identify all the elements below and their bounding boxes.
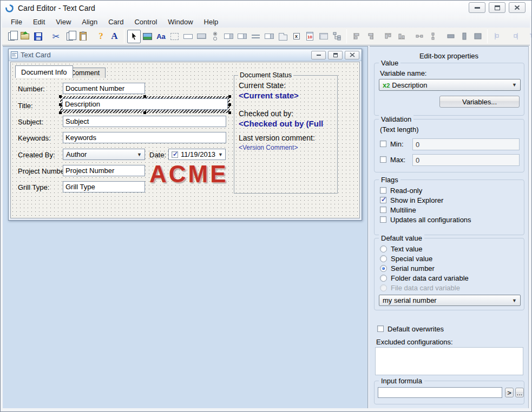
menu-file[interactable]: File (5, 17, 28, 27)
formula-eval-button[interactable]: > (505, 388, 514, 397)
selection-handle[interactable] (59, 95, 62, 98)
date-checkbox[interactable] (172, 151, 178, 158)
text-value-radio[interactable] (380, 245, 387, 252)
font-icon[interactable]: A (108, 30, 121, 43)
radio-buttons-tool-icon[interactable] (208, 30, 222, 43)
space-across-icon[interactable] (412, 30, 426, 43)
card-window-titlebar: Text Card (9, 49, 362, 61)
variables-button[interactable]: Variables... (439, 96, 520, 108)
selection-handle[interactable] (59, 111, 62, 114)
read-only-checkbox[interactable] (380, 187, 386, 194)
acme-logo: ACME (149, 161, 228, 188)
multiline-checkbox[interactable] (380, 207, 386, 213)
new-card-icon[interactable] (4, 30, 18, 43)
tab-document-info[interactable]: Document Info (15, 65, 73, 78)
make-same-size-icon[interactable] (471, 30, 484, 43)
show-in-explorer-checkbox[interactable] (380, 197, 386, 203)
title-field[interactable]: Description (62, 98, 228, 110)
selection-handle[interactable] (228, 111, 231, 114)
combobox-tool-icon[interactable] (222, 30, 235, 43)
card-minimize-button[interactable] (311, 51, 326, 59)
selection-handle[interactable] (59, 103, 62, 106)
chevron-down-icon: ▼ (512, 298, 517, 303)
subject-field[interactable]: Subject (63, 116, 226, 127)
selection-handle[interactable] (143, 111, 146, 114)
list-combobox-tool-icon[interactable] (262, 30, 276, 43)
button-tool-icon[interactable] (195, 30, 208, 43)
variable-link-tool-icon[interactable] (330, 30, 344, 43)
card-restore-button[interactable] (328, 51, 343, 59)
make-same-height-icon[interactable] (457, 30, 471, 43)
align-top-edges-icon[interactable] (381, 30, 395, 43)
checkbox-tool-icon[interactable]: x (290, 30, 303, 43)
serial-number-radio[interactable] (380, 265, 387, 272)
updates-all-configurations-checkbox[interactable] (380, 216, 386, 223)
min-checkbox[interactable] (380, 141, 386, 147)
special-value-radio[interactable] (380, 255, 387, 262)
title-field-selection[interactable]: Description (60, 96, 230, 113)
default-overwrites-checkbox[interactable] (377, 325, 384, 332)
selection-handle[interactable] (143, 95, 146, 98)
cut-icon[interactable]: ✂ (49, 30, 63, 43)
droplist-tool-icon[interactable] (235, 30, 249, 43)
menu-help[interactable]: Help (199, 17, 224, 27)
anchor-left-icon[interactable] (490, 30, 504, 43)
folder-data-card-variable-radio[interactable] (380, 275, 387, 282)
max-input[interactable] (412, 154, 520, 166)
menu-view[interactable]: View (50, 17, 76, 27)
align-left-edges-icon[interactable] (350, 30, 363, 43)
restore-button[interactable] (489, 2, 505, 13)
date-field-tool-icon[interactable]: 10 (303, 30, 317, 43)
frame-tool-icon[interactable] (168, 30, 181, 43)
help-icon[interactable]: ? (94, 30, 108, 43)
date-picker[interactable]: 11/19/2013 ▼ (168, 149, 226, 160)
image-tool-icon[interactable] (141, 30, 154, 43)
align-right-edges-icon[interactable] (363, 30, 377, 43)
serial-number-combobox[interactable]: my serial number ▼ (379, 295, 521, 306)
project-number-field[interactable]: Project Number (63, 165, 145, 176)
space-down-icon[interactable] (426, 30, 439, 43)
menu-edit[interactable]: Edit (28, 17, 50, 27)
formula-browse-button[interactable]: ... (515, 388, 524, 397)
align-bottom-edges-icon[interactable] (395, 30, 408, 43)
card-close-button[interactable] (345, 51, 359, 59)
menu-control[interactable]: Control (129, 17, 162, 27)
paste-icon[interactable] (76, 30, 90, 43)
max-checkbox[interactable] (380, 156, 386, 163)
open-icon[interactable] (18, 30, 31, 43)
special-value-label: Special value (391, 255, 432, 263)
copy-icon[interactable] (63, 30, 76, 43)
keywords-field[interactable]: Keywords (63, 132, 226, 143)
card-design-surface[interactable]: Document Info Comment Number: Document N… (10, 62, 360, 218)
menu-align[interactable]: Align (76, 17, 103, 27)
chevron-down-icon: ▼ (218, 152, 223, 157)
separator-lines-tool-icon[interactable] (249, 30, 262, 43)
min-input[interactable] (412, 138, 520, 150)
selection-handle[interactable] (228, 95, 231, 98)
make-same-width-icon[interactable] (444, 30, 457, 43)
created-by-combobox[interactable]: Author ▼ (63, 149, 145, 160)
menu-window[interactable]: Window (162, 17, 198, 27)
grill-type-field[interactable]: Grill Type (63, 181, 145, 192)
input-formula-input[interactable] (378, 387, 502, 398)
checked-out-label: Checked out by: (239, 109, 293, 118)
app-icon (5, 4, 14, 13)
select-tool-icon[interactable] (127, 30, 141, 43)
keywords-label: Keywords: (18, 134, 51, 142)
anchor-top-icon[interactable] (526, 30, 532, 43)
save-icon[interactable] (31, 30, 45, 43)
card-preview-tool-icon[interactable] (317, 30, 330, 43)
static-text-tool-icon[interactable]: Aa (154, 30, 168, 43)
number-field[interactable]: Document Number (63, 83, 145, 94)
excluded-configurations-box[interactable] (375, 347, 523, 375)
selection-handle[interactable] (228, 103, 231, 106)
edit-box-tool-icon[interactable] (181, 30, 195, 43)
variable-name-combobox[interactable]: x2 Description ▼ (379, 79, 521, 91)
number-label: Number: (18, 85, 45, 93)
file-data-card-variable-label: File data card variable (391, 284, 460, 292)
menu-card[interactable]: Card (103, 17, 129, 27)
tab-control-tool-icon[interactable] (276, 30, 290, 43)
anchor-right-icon[interactable] (508, 30, 522, 43)
close-button[interactable] (509, 2, 526, 13)
minimize-button[interactable] (469, 2, 485, 13)
